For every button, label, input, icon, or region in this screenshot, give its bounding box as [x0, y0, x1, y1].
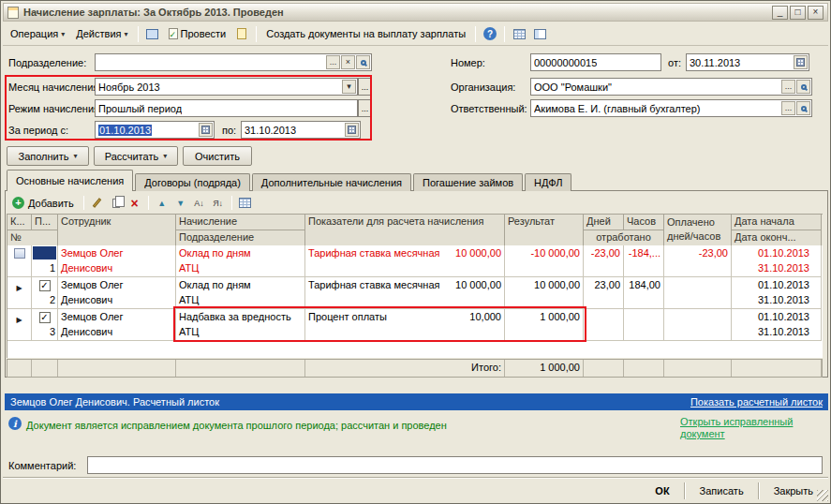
result-cell[interactable]: -10 000,00: [505, 245, 584, 277]
header-date-end[interactable]: Дата оконч...: [732, 230, 822, 246]
header-department[interactable]: Подразделение: [176, 230, 305, 246]
ok-button[interactable]: ОК: [644, 481, 680, 501]
table-row[interactable]: ▶ ✓ 2 Земцов Олег Денисович Оклад по дня…: [7, 277, 823, 309]
header-date-start[interactable]: Дата начала: [732, 215, 822, 230]
days-cell[interactable]: -23,00: [584, 245, 624, 277]
list-settings-button[interactable]: [238, 196, 253, 211]
month-more-button[interactable]: ...: [358, 78, 372, 96]
title-bar[interactable]: Начисление зарплаты: За Октябрь 2013. Пр…: [3, 3, 828, 22]
row-status-cell[interactable]: ▶: [7, 309, 32, 341]
table-row[interactable]: 1 Земцов Олег Денисович Оклад по дням АТ…: [7, 245, 823, 277]
organization-field[interactable]: ООО "Ромашки" ...: [530, 78, 812, 96]
hours-cell[interactable]: -184,...: [624, 245, 664, 277]
paid-cell[interactable]: [664, 277, 732, 309]
period-from-calendar-button[interactable]: [199, 123, 213, 137]
header-hours[interactable]: Часов: [624, 215, 664, 230]
header-result[interactable]: Результат: [505, 215, 584, 246]
result-cell[interactable]: 10 000,00: [505, 277, 584, 309]
header-employee[interactable]: Сотрудник: [58, 215, 176, 246]
clear-button[interactable]: Очистить: [183, 146, 252, 166]
period-to-calendar-button[interactable]: [345, 123, 359, 137]
responsible-field[interactable]: Акимова Е. И. (главный бухгалтер) ...: [530, 99, 812, 117]
paid-cell[interactable]: [664, 309, 732, 341]
close-button[interactable]: ×: [808, 6, 824, 20]
add-row-button[interactable]: + Добавить: [8, 197, 78, 209]
accrual-cell[interactable]: Надбавка за вредность АТЦ: [176, 309, 305, 341]
comment-input[interactable]: [87, 456, 823, 474]
sort-asc-button[interactable]: А↓: [192, 196, 207, 211]
month-combo[interactable]: Ноябрь 2013 ▾: [95, 78, 358, 96]
row-status-cell[interactable]: ▶: [7, 277, 32, 309]
row-checkbox[interactable]: ✓: [39, 280, 51, 291]
number-field[interactable]: 00000000015: [530, 53, 661, 71]
tab-loan-repayment[interactable]: Погашение займов: [413, 173, 523, 191]
document-movements-button[interactable]: [143, 25, 162, 43]
dates-cell[interactable]: 01.10.2013 31.10.2013: [732, 309, 822, 341]
department-clear-button[interactable]: ×: [341, 55, 355, 69]
period-from-field[interactable]: 01.10.2013: [95, 121, 215, 139]
tab-contracts[interactable]: Договоры (подряда): [135, 173, 250, 191]
employee-cell[interactable]: Земцов Олег Денисович: [58, 245, 176, 277]
indicators-cell[interactable]: Процент оплаты 10,000: [305, 309, 505, 341]
responsible-select-button[interactable]: ...: [781, 101, 795, 115]
show-payslip-link[interactable]: Показать расчетный листок: [690, 396, 823, 408]
row-checkbox[interactable]: ✓: [39, 312, 51, 323]
accrual-cell[interactable]: Оклад по дням АТЦ: [176, 245, 305, 277]
department-select-button[interactable]: ...: [326, 55, 340, 69]
row-select-cell[interactable]: 1: [32, 245, 58, 277]
department-field[interactable]: ... ×: [95, 53, 372, 71]
sort-desc-button[interactable]: Я↓: [211, 196, 226, 211]
header-k[interactable]: К...: [7, 215, 32, 230]
period-to-field[interactable]: 31.10.2013: [241, 121, 361, 139]
mode-field[interactable]: Прошлый период: [95, 99, 358, 117]
dates-cell[interactable]: 01.10.2013 31.10.2013: [732, 277, 822, 309]
actions-menu-button[interactable]: Действия ▾: [71, 25, 132, 42]
date-calendar-button[interactable]: [794, 55, 808, 69]
organization-open-button[interactable]: [796, 80, 810, 94]
row-select-cell[interactable]: ✓ 3: [32, 309, 58, 341]
table-view-button[interactable]: [510, 25, 528, 43]
move-down-button[interactable]: ▼: [173, 196, 188, 211]
create-based-on-button[interactable]: [232, 25, 251, 43]
tab-main-accruals[interactable]: Основные начисления: [7, 170, 133, 191]
close-form-button[interactable]: Закрыть: [763, 481, 824, 501]
row-select-cell[interactable]: ✓ 2: [32, 277, 58, 309]
header-indicators[interactable]: Показатели для расчета начисления: [305, 215, 505, 246]
maximize-button[interactable]: □: [790, 6, 806, 20]
header-p[interactable]: П...: [32, 215, 58, 230]
delete-row-button[interactable]: ×: [127, 196, 142, 211]
header-paid[interactable]: Оплачено дней/часов: [664, 215, 732, 246]
move-up-button[interactable]: ▲: [155, 196, 170, 211]
date-field[interactable]: 30.11.2013: [686, 53, 809, 71]
tab-ndfl[interactable]: НДФЛ: [525, 173, 571, 191]
header-accrual[interactable]: Начисление: [176, 215, 305, 230]
employee-cell[interactable]: Земцов Олег Денисович: [58, 277, 176, 309]
days-cell[interactable]: [584, 309, 624, 341]
edit-row-button[interactable]: [90, 196, 105, 211]
calculate-button[interactable]: Рассчитать ▾: [94, 146, 178, 166]
employee-cell[interactable]: Земцов Олег Денисович: [58, 309, 176, 341]
indicators-cell[interactable]: Тарифная ставка месячная 10 000,00: [305, 277, 505, 309]
mode-more-button[interactable]: ...: [358, 99, 372, 117]
header-worked[interactable]: отработано: [584, 230, 664, 246]
post-button[interactable]: Провести: [164, 25, 231, 42]
indicators-cell[interactable]: Тарифная ставка месячная 10 000,00: [305, 245, 505, 277]
hours-cell[interactable]: 184,00: [624, 277, 664, 309]
dates-cell[interactable]: 01.10.2013 31.10.2013: [732, 245, 822, 277]
result-cell[interactable]: 1 000,00: [505, 309, 584, 341]
responsible-open-button[interactable]: [796, 101, 810, 115]
accrual-cell[interactable]: Оклад по дням АТЦ: [176, 277, 305, 309]
create-payout-docs-button[interactable]: Создать документы на выплату зарплаты: [261, 25, 470, 42]
days-cell[interactable]: 23,00: [584, 277, 624, 309]
open-corrected-document-link[interactable]: Открыть исправленный документ: [680, 416, 823, 440]
hours-cell[interactable]: [624, 309, 664, 341]
copy-row-button[interactable]: [109, 196, 124, 211]
organization-select-button[interactable]: ...: [781, 80, 795, 94]
header-days[interactable]: Дней: [584, 215, 624, 230]
minimize-button[interactable]: _: [772, 6, 788, 20]
tab-additional-accruals[interactable]: Дополнительные начисления: [252, 173, 411, 191]
resize-grip[interactable]: [817, 490, 828, 501]
header-num[interactable]: №: [7, 230, 58, 246]
department-open-button[interactable]: [356, 55, 370, 69]
write-button[interactable]: Записать: [689, 481, 755, 501]
